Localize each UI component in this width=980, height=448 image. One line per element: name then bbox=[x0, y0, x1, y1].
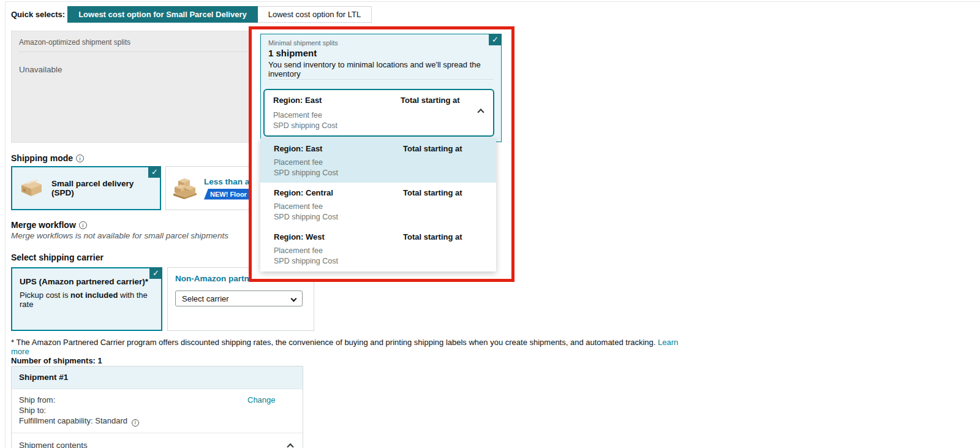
spd-card-title: Small parcel delivery (SPD) bbox=[51, 179, 154, 197]
merge-workflow-label: Merge workflow i bbox=[11, 220, 87, 230]
parcel-box-icon bbox=[18, 178, 44, 198]
carrier-select-dropdown[interactable]: Select carrier bbox=[175, 290, 303, 306]
checkbox-checked-icon[interactable]: ✓ bbox=[149, 267, 162, 279]
minimal-splits-description: You send inventory to minimal locations … bbox=[261, 58, 501, 78]
fulfillment-capability-label: Fulfillment capability: Standard i bbox=[19, 416, 295, 427]
region-selector-collapsed[interactable]: Region: East Total starting at Placement… bbox=[263, 89, 494, 137]
ship-to-label: Ship to: bbox=[19, 405, 295, 416]
spd-shipping-cost-label: SPD shipping Cost bbox=[273, 121, 484, 131]
shipment-contents-label: Shipment contents bbox=[19, 441, 88, 448]
merge-workflow-note: Merge workflows is not available for sma… bbox=[11, 231, 228, 240]
merge-workflow-info-icon[interactable]: i bbox=[79, 221, 87, 229]
chevron-up-icon bbox=[287, 443, 293, 448]
carrier-select-value: Select carrier bbox=[182, 294, 229, 303]
shipment-1-header: Shipment #1 bbox=[12, 366, 303, 389]
send-to-amazon-page: Quick selects: Lowest cost option for Sm… bbox=[0, 0, 980, 448]
quick-selects-row: Quick selects: Lowest cost option for Sm… bbox=[11, 6, 372, 23]
quick-select-spd-button[interactable]: Lowest cost option for Small Parcel Deli… bbox=[67, 6, 258, 23]
shipping-mode-info-icon[interactable]: i bbox=[76, 154, 84, 162]
region-option-east[interactable]: Region: East Total starting at Placement… bbox=[260, 139, 496, 183]
partnered-carrier-footnote: * The Amazon Partnered Carrier program o… bbox=[11, 338, 685, 356]
region-dropdown-menu: Region: East Total starting at Placement… bbox=[260, 139, 496, 271]
shipment-contents-toggle[interactable]: Shipment contents bbox=[12, 433, 303, 448]
change-address-link[interactable]: Change bbox=[247, 395, 276, 404]
selected-region-label: Region: East bbox=[273, 96, 322, 105]
quick-select-ltl-button[interactable]: Lowest cost option for LTL bbox=[258, 6, 372, 23]
minimal-splits-title: 1 shipment bbox=[261, 47, 501, 58]
ups-carrier-title: UPS (Amazon partnered carrier)* bbox=[20, 277, 154, 286]
placement-fee-label: Placement fee bbox=[273, 110, 484, 121]
select-carrier-label: Select shipping carrier bbox=[11, 252, 104, 262]
page-top-divider bbox=[5, 1, 980, 2]
shipment-1-addresses: Ship from: Ship to: Fulfillment capabili… bbox=[12, 389, 303, 433]
shipping-mode-spd-card[interactable]: ✓ Small parcel delivery (SPD) bbox=[11, 166, 161, 210]
fulfillment-info-icon[interactable]: i bbox=[132, 419, 139, 427]
shipping-mode-label: Shipping mode i bbox=[11, 153, 84, 163]
pallet-icon bbox=[171, 175, 198, 202]
minimal-splits-header: Minimal shipment splits bbox=[261, 34, 501, 47]
checkbox-checked-icon[interactable]: ✓ bbox=[148, 166, 161, 178]
shipment-1-card: Shipment #1 Ship from: Ship to: Fulfillm… bbox=[11, 366, 303, 448]
region-option-west[interactable]: Region: West Total starting at Placement… bbox=[260, 227, 496, 271]
page-left-divider bbox=[5, 1, 6, 448]
checkbox-checked-icon[interactable]: ✓ bbox=[489, 34, 502, 45]
ups-carrier-card[interactable]: ✓ UPS (Amazon partnered carrier)* Pickup… bbox=[11, 267, 162, 331]
minimal-splits-popup: ✓ Minimal shipment splits 1 shipment You… bbox=[249, 26, 514, 282]
ups-carrier-desc: Pickup cost is not included with the rat… bbox=[20, 290, 154, 309]
minimal-splits-divider bbox=[268, 79, 494, 80]
quick-selects-label: Quick selects: bbox=[11, 10, 65, 19]
region-option-central[interactable]: Region: Central Total starting at Placem… bbox=[260, 183, 496, 227]
number-of-shipments-label: Number of shipments: 1 bbox=[11, 356, 102, 365]
total-starting-at-label: Total starting at bbox=[401, 96, 460, 105]
chevron-down-icon bbox=[291, 295, 297, 302]
